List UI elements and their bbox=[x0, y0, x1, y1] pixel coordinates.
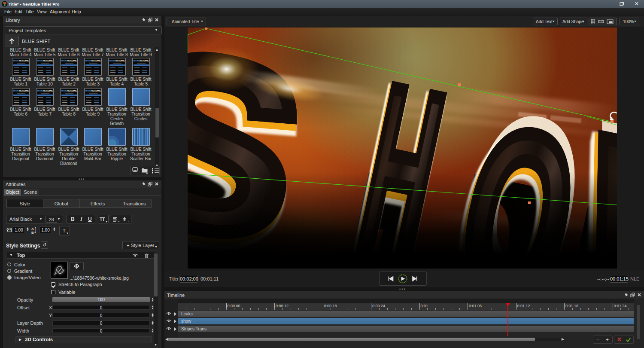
svg-text:A: A bbox=[31, 227, 34, 231]
svg-text:B: B bbox=[31, 231, 34, 234]
svg-text:A: A bbox=[6, 227, 9, 231]
svg-text:B: B bbox=[9, 227, 12, 231]
